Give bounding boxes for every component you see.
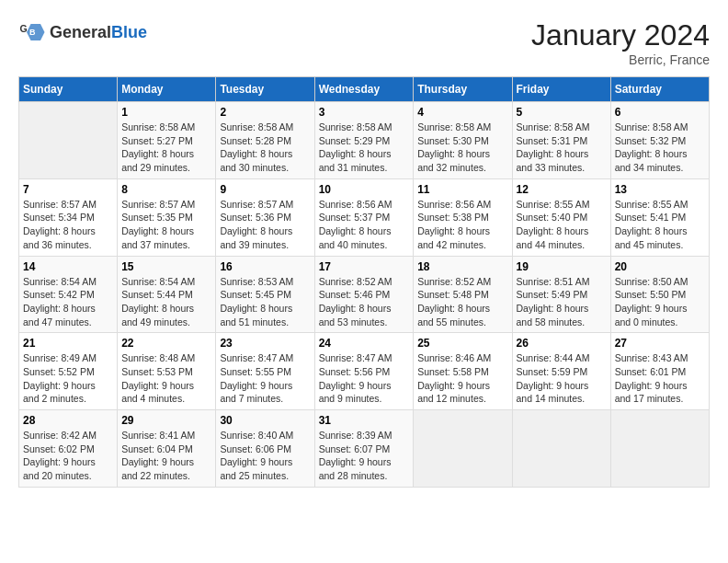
day-number: 29 xyxy=(121,414,211,427)
col-header-tuesday: Tuesday xyxy=(216,77,314,102)
day-number: 21 xyxy=(23,337,113,350)
day-info: Sunrise: 8:58 AMSunset: 5:27 PMDaylight:… xyxy=(121,121,211,175)
day-info: Sunrise: 8:55 AMSunset: 5:41 PMDaylight:… xyxy=(615,198,705,252)
day-info: Sunrise: 8:52 AMSunset: 5:46 PMDaylight:… xyxy=(319,275,410,329)
day-info: Sunrise: 8:39 AMSunset: 6:07 PMDaylight:… xyxy=(319,429,410,483)
day-info: Sunrise: 8:58 AMSunset: 5:32 PMDaylight:… xyxy=(615,121,705,175)
col-header-saturday: Saturday xyxy=(610,77,709,102)
page-title: January 2024 xyxy=(531,18,710,52)
logo-blue: Blue xyxy=(111,23,147,41)
day-number: 13 xyxy=(615,183,705,196)
calendar-week-2: 7 Sunrise: 8:57 AMSunset: 5:34 PMDayligh… xyxy=(19,178,710,256)
calendar-cell: 2 Sunrise: 8:58 AMSunset: 5:28 PMDayligh… xyxy=(216,102,314,179)
day-info: Sunrise: 8:58 AMSunset: 5:31 PMDaylight:… xyxy=(517,121,607,175)
calendar-cell: 15 Sunrise: 8:54 AMSunset: 5:44 PMDaylig… xyxy=(118,256,216,333)
day-number: 22 xyxy=(121,337,211,350)
day-number: 16 xyxy=(220,260,310,273)
calendar-cell: 1 Sunrise: 8:58 AMSunset: 5:27 PMDayligh… xyxy=(118,102,216,179)
day-info: Sunrise: 8:49 AMSunset: 5:52 PMDaylight:… xyxy=(23,351,113,406)
calendar-week-4: 21 Sunrise: 8:49 AMSunset: 5:52 PMDaylig… xyxy=(19,333,710,410)
calendar-cell: 29 Sunrise: 8:41 AMSunset: 6:04 PMDaylig… xyxy=(118,410,216,488)
calendar-cell: 30 Sunrise: 8:40 AMSunset: 6:06 PMDaylig… xyxy=(216,410,314,488)
day-info: Sunrise: 8:58 AMSunset: 5:30 PMDaylight:… xyxy=(417,121,507,175)
calendar-table: SundayMondayTuesdayWednesdayThursdayFrid… xyxy=(18,76,710,488)
day-number: 5 xyxy=(517,106,607,119)
page-subtitle: Berric, France xyxy=(531,52,710,67)
calendar-cell: 5 Sunrise: 8:58 AMSunset: 5:31 PMDayligh… xyxy=(512,102,610,179)
day-number: 12 xyxy=(517,183,607,196)
calendar-cell: 9 Sunrise: 8:57 AMSunset: 5:36 PMDayligh… xyxy=(216,178,314,256)
calendar-cell xyxy=(414,410,512,488)
calendar-cell: 3 Sunrise: 8:58 AMSunset: 5:29 PMDayligh… xyxy=(314,102,414,179)
page-header: G B GeneralBlue January 2024 Berric, Fra… xyxy=(18,18,710,67)
day-number: 14 xyxy=(23,260,113,273)
day-number: 6 xyxy=(615,106,705,119)
calendar-cell: 6 Sunrise: 8:58 AMSunset: 5:32 PMDayligh… xyxy=(610,102,709,179)
calendar-cell: 10 Sunrise: 8:56 AMSunset: 5:37 PMDaylig… xyxy=(314,178,414,256)
day-number: 15 xyxy=(121,260,211,273)
day-number: 27 xyxy=(615,337,705,350)
day-info: Sunrise: 8:58 AMSunset: 5:29 PMDaylight:… xyxy=(319,121,410,175)
day-info: Sunrise: 8:44 AMSunset: 5:59 PMDaylight:… xyxy=(517,351,607,406)
day-info: Sunrise: 8:53 AMSunset: 5:45 PMDaylight:… xyxy=(220,275,310,329)
day-number: 10 xyxy=(319,183,410,196)
calendar-cell: 20 Sunrise: 8:50 AMSunset: 5:50 PMDaylig… xyxy=(610,256,709,333)
day-number: 1 xyxy=(121,106,211,119)
day-number: 9 xyxy=(220,183,310,196)
day-number: 11 xyxy=(417,183,507,196)
day-info: Sunrise: 8:51 AMSunset: 5:49 PMDaylight:… xyxy=(517,275,607,329)
calendar-cell: 17 Sunrise: 8:52 AMSunset: 5:46 PMDaylig… xyxy=(314,256,414,333)
col-header-monday: Monday xyxy=(118,77,216,102)
calendar-week-1: 1 Sunrise: 8:58 AMSunset: 5:27 PMDayligh… xyxy=(19,102,710,179)
calendar-cell: 24 Sunrise: 8:47 AMSunset: 5:56 PMDaylig… xyxy=(314,333,414,410)
day-number: 19 xyxy=(517,260,607,273)
day-info: Sunrise: 8:54 AMSunset: 5:44 PMDaylight:… xyxy=(121,275,211,329)
day-number: 25 xyxy=(417,337,507,350)
day-info: Sunrise: 8:40 AMSunset: 6:06 PMDaylight:… xyxy=(220,429,310,483)
calendar-cell: 19 Sunrise: 8:51 AMSunset: 5:49 PMDaylig… xyxy=(512,256,610,333)
day-number: 31 xyxy=(319,414,410,427)
col-header-sunday: Sunday xyxy=(19,77,118,102)
calendar-cell: 28 Sunrise: 8:42 AMSunset: 6:02 PMDaylig… xyxy=(19,410,118,488)
day-info: Sunrise: 8:50 AMSunset: 5:50 PMDaylight:… xyxy=(615,275,705,329)
day-number: 24 xyxy=(319,337,410,350)
logo-icon: G B xyxy=(18,18,46,46)
calendar-cell: 13 Sunrise: 8:55 AMSunset: 5:41 PMDaylig… xyxy=(610,178,709,256)
day-info: Sunrise: 8:47 AMSunset: 5:56 PMDaylight:… xyxy=(319,351,410,406)
day-info: Sunrise: 8:41 AMSunset: 6:04 PMDaylight:… xyxy=(121,429,211,483)
day-info: Sunrise: 8:57 AMSunset: 5:35 PMDaylight:… xyxy=(121,198,211,252)
calendar-cell: 16 Sunrise: 8:53 AMSunset: 5:45 PMDaylig… xyxy=(216,256,314,333)
day-number: 3 xyxy=(319,106,410,119)
day-info: Sunrise: 8:54 AMSunset: 5:42 PMDaylight:… xyxy=(23,275,113,329)
day-info: Sunrise: 8:52 AMSunset: 5:48 PMDaylight:… xyxy=(417,275,507,329)
day-info: Sunrise: 8:57 AMSunset: 5:34 PMDaylight:… xyxy=(23,198,113,252)
calendar-cell: 8 Sunrise: 8:57 AMSunset: 5:35 PMDayligh… xyxy=(118,178,216,256)
day-number: 7 xyxy=(23,183,113,196)
day-number: 8 xyxy=(121,183,211,196)
calendar-cell: 27 Sunrise: 8:43 AMSunset: 6:01 PMDaylig… xyxy=(610,333,709,410)
col-header-wednesday: Wednesday xyxy=(314,77,414,102)
calendar-cell: 4 Sunrise: 8:58 AMSunset: 5:30 PMDayligh… xyxy=(414,102,512,179)
calendar-cell: 22 Sunrise: 8:48 AMSunset: 5:53 PMDaylig… xyxy=(118,333,216,410)
day-number: 18 xyxy=(417,260,507,273)
day-info: Sunrise: 8:42 AMSunset: 6:02 PMDaylight:… xyxy=(23,429,113,483)
day-number: 17 xyxy=(319,260,410,273)
day-info: Sunrise: 8:57 AMSunset: 5:36 PMDaylight:… xyxy=(220,198,310,252)
logo: G B GeneralBlue xyxy=(18,18,147,46)
day-info: Sunrise: 8:47 AMSunset: 5:55 PMDaylight:… xyxy=(220,351,310,406)
calendar-cell: 21 Sunrise: 8:49 AMSunset: 5:52 PMDaylig… xyxy=(19,333,118,410)
day-number: 26 xyxy=(517,337,607,350)
calendar-cell: 25 Sunrise: 8:46 AMSunset: 5:58 PMDaylig… xyxy=(414,333,512,410)
day-number: 4 xyxy=(417,106,507,119)
day-info: Sunrise: 8:56 AMSunset: 5:38 PMDaylight:… xyxy=(417,198,507,252)
day-info: Sunrise: 8:48 AMSunset: 5:53 PMDaylight:… xyxy=(121,351,211,406)
calendar-cell xyxy=(19,102,118,179)
title-block: January 2024 Berric, France xyxy=(531,18,710,67)
svg-text:G: G xyxy=(20,23,28,34)
day-number: 20 xyxy=(615,260,705,273)
calendar-cell: 11 Sunrise: 8:56 AMSunset: 5:38 PMDaylig… xyxy=(414,178,512,256)
day-info: Sunrise: 8:58 AMSunset: 5:28 PMDaylight:… xyxy=(220,121,310,175)
calendar-cell xyxy=(512,410,610,488)
day-info: Sunrise: 8:56 AMSunset: 5:37 PMDaylight:… xyxy=(319,198,410,252)
calendar-cell: 18 Sunrise: 8:52 AMSunset: 5:48 PMDaylig… xyxy=(414,256,512,333)
